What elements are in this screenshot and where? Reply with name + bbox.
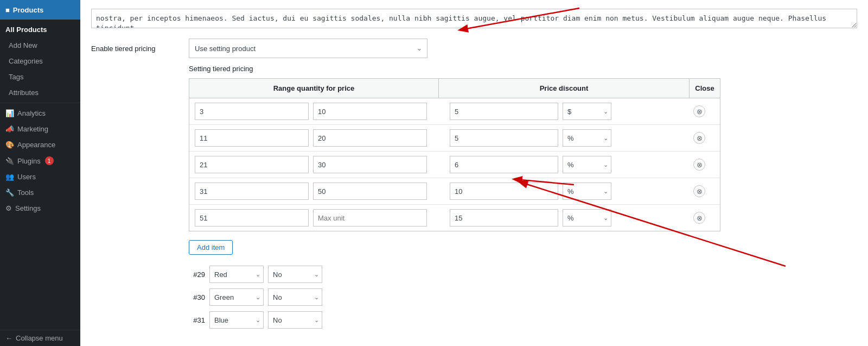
to-input-2[interactable] <box>313 129 427 147</box>
close-col-1: ⊗ <box>684 105 714 117</box>
tools-icon: 🔧 <box>5 188 14 197</box>
enable-tiered-pricing-label: Enable tiered pricing <box>91 45 189 53</box>
sidebar-item-plugins[interactable]: 🔌 Plugins 1 <box>0 153 80 169</box>
color-select-29[interactable]: Red Green Blue <box>209 266 264 283</box>
to-input-3[interactable] <box>313 156 427 173</box>
range-inputs-3 <box>195 156 444 173</box>
table-header: Range quantity for price Price discount … <box>189 79 720 98</box>
sidebar-nav: All Products Add New Categories Tags Att… <box>0 20 80 218</box>
sidebar-header[interactable]: ■ Products <box>0 0 80 20</box>
close-button-3[interactable]: ⊗ <box>693 159 705 171</box>
description-textarea[interactable] <box>91 9 857 28</box>
price-type-wrap-4: $ % ⌄ <box>563 183 611 200</box>
settings-icon: ⚙ <box>5 204 12 212</box>
sidebar-item-marketing[interactable]: 📣 Marketing <box>0 121 80 137</box>
close-button-2[interactable]: ⊗ <box>693 132 705 144</box>
variant-row-29: #29 Red Green Blue ⌄ No Yes ⌄ <box>189 266 857 283</box>
variant-num-31: #31 <box>189 316 205 324</box>
close-col-3: ⊗ <box>684 159 714 171</box>
from-input-3[interactable] <box>195 156 309 173</box>
sidebar-item-appearance[interactable]: 🎨 Appearance <box>0 137 80 153</box>
sidebar-item-categories[interactable]: Categories <box>0 53 80 69</box>
tiered-pricing-table: Range quantity for price Price discount … <box>189 78 720 231</box>
price-type-wrap-2: $ % ⌄ <box>563 129 611 147</box>
yesno-select-wrap-30: No Yes ⌄ <box>268 288 322 306</box>
yesno-select-30[interactable]: No Yes <box>268 288 322 306</box>
range-inputs-5 <box>195 209 444 227</box>
table-row: $ % ⌄ ⊗ <box>189 98 720 125</box>
yesno-select-wrap-31: No Yes ⌄ <box>268 311 322 329</box>
attributes-label: Attributes <box>9 89 39 97</box>
variant-row-31: #31 Red Green Blue ⌄ No Yes ⌄ <box>189 311 857 329</box>
price-type-select-2[interactable]: $ % <box>563 129 611 147</box>
close-button-1[interactable]: ⊗ <box>693 105 705 117</box>
sidebar-item-settings[interactable]: ⚙ Settings <box>0 200 80 216</box>
to-input-1[interactable] <box>313 103 427 120</box>
collapse-menu-button[interactable]: ← Collapse menu <box>0 330 80 346</box>
price-value-3[interactable] <box>450 156 558 173</box>
users-icon: 👥 <box>5 173 14 181</box>
price-type-select-3[interactable]: $ % <box>563 156 611 173</box>
price-type-select-1[interactable]: $ % <box>563 103 611 120</box>
color-select-31[interactable]: Red Green Blue <box>209 311 264 329</box>
sidebar-item-analytics[interactable]: 📊 Analytics <box>0 105 80 121</box>
table-row: $ % ⌄ ⊗ <box>189 125 720 152</box>
sidebar-item-tags[interactable]: Tags <box>0 69 80 85</box>
color-select-30[interactable]: Red Green Blue <box>209 288 264 306</box>
price-type-select-4[interactable]: $ % <box>563 183 611 200</box>
color-select-wrap-29: Red Green Blue ⌄ <box>209 266 264 283</box>
close-col-4: ⊗ <box>684 185 714 197</box>
yesno-select-29[interactable]: No Yes <box>268 266 322 283</box>
tiered-pricing-section: Range quantity for price Price discount … <box>189 78 857 255</box>
all-products-label: All Products <box>5 26 47 34</box>
color-select-wrap-31: Red Green Blue ⌄ <box>209 311 264 329</box>
yesno-select-wrap-29: No Yes ⌄ <box>268 266 322 283</box>
range-inputs-1 <box>195 103 444 120</box>
products-header-icon: ■ <box>5 6 10 14</box>
variant-num-30: #30 <box>189 293 205 301</box>
close-col-5: ⊗ <box>684 212 714 224</box>
table-row: $ % ⌄ ⊗ <box>189 205 720 231</box>
range-inputs-2 <box>195 129 444 147</box>
col-price-header: Price discount <box>439 79 690 98</box>
table-row: $ % ⌄ ⊗ <box>189 178 720 205</box>
close-button-4[interactable]: ⊗ <box>693 185 705 197</box>
variant-row-30: #30 Red Green Blue ⌄ No Yes ⌄ <box>189 288 857 306</box>
appearance-icon: 🎨 <box>5 141 14 149</box>
content-area: Enable tiered pricing Use setting produc… <box>80 0 868 346</box>
close-button-5[interactable]: ⊗ <box>693 212 705 224</box>
price-inputs-5: $ % ⌄ <box>444 209 684 227</box>
enable-tiered-pricing-select[interactable]: Use setting product Yes No <box>189 39 427 58</box>
table-row: $ % ⌄ ⊗ <box>189 152 720 178</box>
marketing-icon: 📣 <box>5 125 14 133</box>
sidebar-item-attributes[interactable]: Attributes <box>0 85 80 100</box>
from-input-1[interactable] <box>195 103 309 120</box>
from-input-2[interactable] <box>195 129 309 147</box>
price-value-1[interactable] <box>450 103 558 120</box>
sidebar-item-add-new[interactable]: Add New <box>0 37 80 53</box>
setting-tiered-pricing-label: Setting tiered pricing <box>189 65 857 73</box>
range-inputs-4 <box>195 183 444 200</box>
enable-tiered-pricing-select-wrap: Use setting product Yes No ⌄ <box>189 39 427 58</box>
sidebar-item-all-products[interactable]: All Products <box>0 22 80 37</box>
yesno-select-31[interactable]: No Yes <box>268 311 322 329</box>
price-type-select-5[interactable]: $ % <box>563 209 611 227</box>
from-input-5[interactable] <box>195 209 309 227</box>
to-input-5[interactable] <box>313 209 427 227</box>
price-value-4[interactable] <box>450 183 558 200</box>
settings-label: Settings <box>15 204 41 212</box>
analytics-icon: 📊 <box>5 109 14 117</box>
price-inputs-2: $ % ⌄ <box>444 129 684 147</box>
sidebar-item-users[interactable]: 👥 Users <box>0 169 80 185</box>
marketing-label: Marketing <box>17 125 48 133</box>
analytics-label: Analytics <box>17 109 46 117</box>
collapse-icon: ← <box>5 334 12 342</box>
add-item-button[interactable]: Add item <box>189 240 233 255</box>
to-input-4[interactable] <box>313 183 427 200</box>
tools-label: Tools <box>17 188 34 197</box>
sidebar-item-tools[interactable]: 🔧 Tools <box>0 185 80 200</box>
color-select-wrap-30: Red Green Blue ⌄ <box>209 288 264 306</box>
price-value-2[interactable] <box>450 129 558 147</box>
from-input-4[interactable] <box>195 183 309 200</box>
price-value-5[interactable] <box>450 209 558 227</box>
